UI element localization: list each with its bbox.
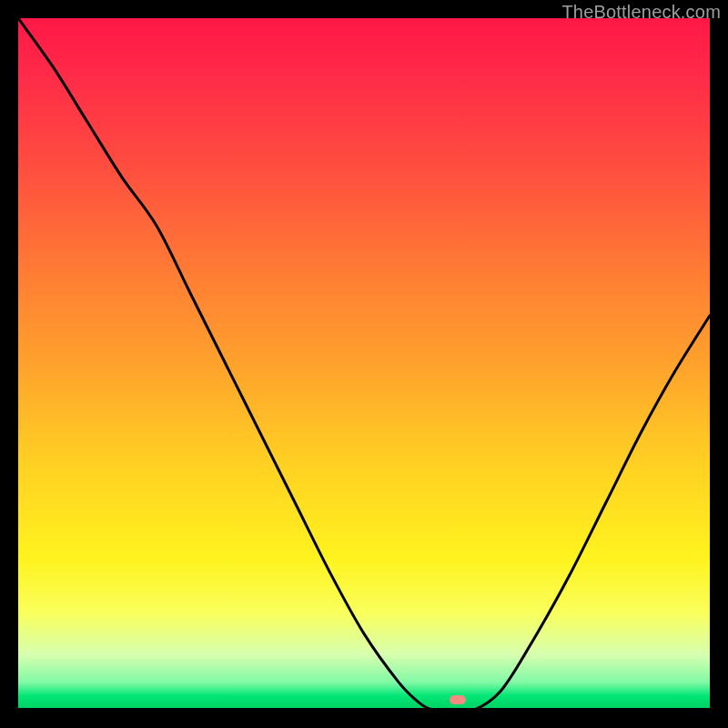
plot-area	[18, 18, 710, 710]
bottleneck-curve	[18, 18, 710, 710]
optimal-marker	[450, 695, 466, 704]
chart-frame: TheBottleneck.com	[0, 0, 728, 728]
watermark-text: TheBottleneck.com	[561, 2, 721, 23]
